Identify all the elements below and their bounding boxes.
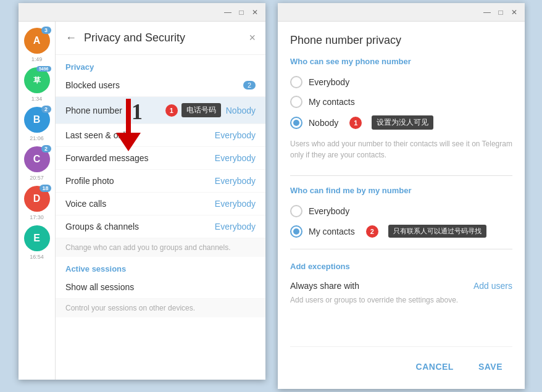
voice-calls-item[interactable]: Voice calls Everybody (56, 193, 265, 215)
add-exceptions-label: Add exceptions (290, 262, 512, 271)
groups-value: Everybody (215, 222, 256, 231)
radio-nobody-see[interactable]: Nobody 1 设置为没人可见 (290, 112, 512, 133)
radio-contacts-see-label: My contacts (309, 97, 355, 107)
radio-contacts-see[interactable]: My contacts (290, 92, 512, 112)
chat-avatar-6[interactable]: E (24, 225, 50, 251)
close-window-btn[interactable]: ✕ (249, 7, 261, 18)
avatar-initial-3: B (33, 114, 41, 125)
privacy-header: ← Privacy and Security × (56, 22, 265, 55)
radio-everybody-find-circle[interactable] (290, 205, 302, 217)
forwarded-value: Everybody (215, 153, 256, 163)
last-seen-value: Everybody (215, 130, 256, 140)
who-can-see-label: Who can see my phone number (290, 57, 512, 66)
groups-hint: Change who can add you to groups and cha… (56, 238, 265, 257)
radio-contacts-find-circle[interactable] (290, 225, 302, 238)
avatar-initial-2: 草 (33, 75, 41, 86)
privacy-panel-title: Privacy and Security (84, 31, 185, 44)
radio-everybody-see[interactable]: Everybody (290, 72, 512, 92)
section-divider-1 (290, 175, 512, 176)
annotation-tooltip-find: 只有联系人可以通过号码寻找 (388, 225, 486, 238)
voice-calls-label: Voice calls (65, 199, 215, 209)
chat-time-4: 20:57 (30, 175, 44, 181)
sessions-hint: Control your sessions on other devices. (56, 299, 265, 317)
avatar-initial-6: E (33, 233, 40, 244)
profile-photo-label: Profile photo (65, 176, 215, 186)
phone-see-hint: Users who add your number to their conta… (290, 138, 512, 161)
annotation-tooltip-see: 设置为没人可见 (372, 115, 433, 130)
chat-badge-1: 3 (41, 27, 51, 34)
avatar-initial-5: D (33, 193, 41, 204)
who-can-find-label: Who can find me by my number (290, 186, 512, 195)
groups-channels-item[interactable]: Groups & channels Everybody (56, 215, 265, 238)
annotation-num-find: 2 (366, 225, 378, 238)
chat-badge-4: 2 (41, 145, 51, 152)
right-minimize-btn[interactable]: — (482, 7, 493, 18)
add-users-link[interactable]: Add users (473, 281, 512, 291)
forwarded-label: Forwarded messages (65, 153, 215, 163)
section-divider-2 (290, 249, 512, 249)
chat-time-2: 1:34 (31, 96, 43, 102)
profile-photo-item[interactable]: Profile photo Everybody (56, 170, 265, 193)
radio-everybody-see-circle[interactable] (290, 76, 302, 88)
radio-everybody-find[interactable]: Everybody (290, 201, 512, 221)
annotation-num-see: 1 (349, 117, 362, 129)
radio-contacts-see-circle[interactable] (290, 96, 302, 108)
always-share-label: Always share with (290, 281, 359, 291)
right-maximize-btn[interactable]: □ (495, 7, 506, 18)
right-window-controls: — □ ✕ (482, 7, 520, 18)
dialog-content: Phone number privacy Who can see my phon… (278, 22, 525, 389)
chat-avatar-1[interactable]: A 3 (24, 28, 50, 54)
avatar-initial: A (33, 35, 41, 46)
right-title-bar: — □ ✕ (278, 3, 525, 22)
active-sessions-label: Active sessions (56, 257, 265, 276)
right-close-btn[interactable]: ✕ (509, 7, 520, 18)
phone-annotation: 1 电话号码 (165, 103, 221, 117)
cancel-button[interactable]: CANCEL (406, 357, 464, 377)
chat-avatar-4[interactable]: C 2 (24, 146, 50, 172)
chat-time-1: 1:49 (31, 56, 43, 62)
phone-number-item[interactable]: Phone number 1 电话号码 Nobody (56, 97, 265, 124)
chat-badge-5: 18 (40, 185, 51, 192)
chat-time-5: 17:30 (30, 214, 44, 220)
profile-photo-value: Everybody (215, 176, 256, 186)
phone-number-label: Phone number (65, 106, 165, 115)
panel-content: A 3 1:49 草 5496 1:34 B 2 21:06 C 2 20:57… (19, 22, 265, 380)
back-button[interactable]: ← (65, 31, 77, 44)
privacy-section-label: Privacy (56, 55, 265, 74)
chat-time-3: 21:06 (30, 135, 44, 141)
privacy-panel: ← Privacy and Security × Privacy Blocked… (56, 22, 265, 380)
share-hint: Add users or groups to override the sett… (290, 296, 512, 304)
radio-contacts-find[interactable]: My contacts 2 只有联系人可以通过号码寻找 (290, 221, 512, 241)
annotation-tooltip-1: 电话号码 (181, 103, 221, 117)
close-panel-btn[interactable]: × (249, 31, 256, 44)
blocked-users-item[interactable]: Blocked users 2 (56, 74, 265, 97)
chat-sidebar: A 3 1:49 草 5496 1:34 B 2 21:06 C 2 20:57… (19, 22, 56, 380)
voice-calls-value: Everybody (215, 199, 256, 209)
show-sessions-item[interactable]: Show all sessions (56, 276, 265, 299)
blocked-users-label: Blocked users (65, 80, 243, 90)
privacy-security-window: — □ ✕ A 3 1:49 草 5496 1:34 B 2 21:06 C (19, 3, 265, 380)
chat-avatar-5[interactable]: D 18 (24, 186, 50, 212)
last-seen-label: Last seen & online (65, 130, 215, 140)
left-window-controls: — □ ✕ (222, 7, 261, 18)
radio-everybody-find-label: Everybody (309, 206, 349, 216)
save-button[interactable]: SAVE (469, 357, 512, 377)
avatar-initial-4: C (33, 154, 41, 165)
radio-contacts-find-label: My contacts (309, 227, 355, 236)
minimize-btn[interactable]: — (222, 7, 233, 18)
chat-avatar-3[interactable]: B 2 (24, 107, 50, 133)
left-title-bar: — □ ✕ (19, 3, 265, 22)
dialog-title: Phone number privacy (290, 34, 512, 47)
maximize-btn[interactable]: □ (236, 7, 247, 18)
last-seen-item[interactable]: Last seen & online Everybody (56, 124, 265, 147)
forwarded-item[interactable]: Forwarded messages Everybody (56, 147, 265, 170)
radio-nobody-see-circle[interactable] (290, 117, 302, 129)
show-sessions-label: Show all sessions (65, 282, 256, 292)
annotation-num-1: 1 (165, 104, 178, 117)
groups-label: Groups & channels (65, 222, 215, 231)
chat-avatar-2[interactable]: 草 5496 (24, 67, 50, 93)
chat-time-6: 16:54 (30, 254, 44, 260)
always-share-row: Always share with Add users (290, 276, 512, 296)
phone-number-value: Nobody (226, 106, 256, 115)
blocked-users-badge: 2 (243, 81, 256, 90)
